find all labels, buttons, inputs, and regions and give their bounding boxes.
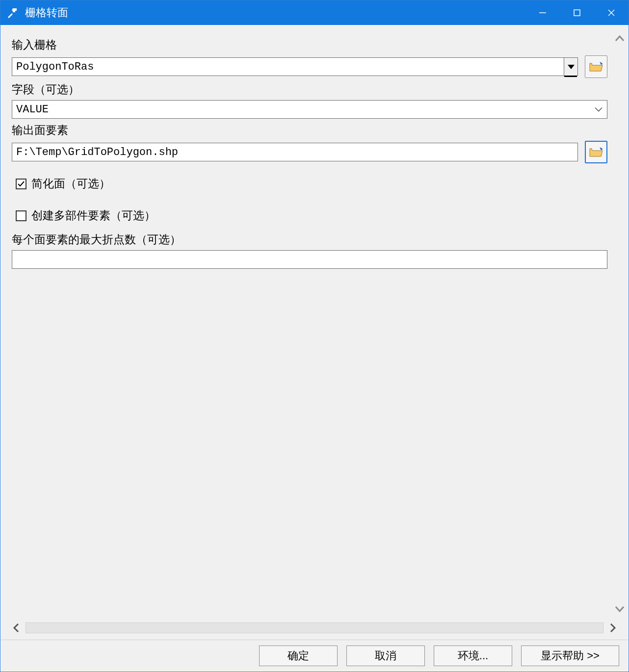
scroll-up-icon[interactable] [615, 29, 625, 44]
horizontal-scrollbar[interactable] [7, 619, 622, 637]
client-area: 输入栅格 字段（可选 [0, 25, 629, 672]
folder-open-icon [589, 147, 603, 157]
app-window: 栅格转面 输入栅格 [0, 0, 629, 672]
hammer-icon [5, 6, 19, 20]
scroll-down-icon[interactable] [615, 600, 625, 615]
title-bar: 栅格转面 [0, 0, 629, 25]
field-select[interactable] [12, 100, 607, 119]
folder-open-icon [589, 61, 603, 72]
svg-rect-1 [574, 10, 580, 16]
environment-button[interactable]: 环境... [434, 646, 512, 666]
show-help-button[interactable]: 显示帮助 >> [521, 646, 619, 666]
scroll-track[interactable] [26, 622, 603, 633]
input-raster-browse-button[interactable] [585, 55, 607, 78]
simplify-checkbox[interactable] [16, 179, 26, 189]
multipart-label: 创建多部件要素（可选） [31, 208, 156, 223]
minimize-button[interactable] [525, 0, 560, 25]
chevron-down-icon[interactable] [595, 104, 603, 115]
scroll-right-icon[interactable] [606, 623, 619, 633]
check-icon [17, 180, 25, 188]
output-features-label: 输出面要素 [12, 123, 607, 138]
window-title: 栅格转面 [25, 5, 68, 20]
scroll-left-icon[interactable] [10, 623, 23, 633]
simplify-label: 简化面（可选） [31, 176, 110, 191]
maximize-button[interactable] [560, 0, 594, 25]
input-raster-label: 输入栅格 [12, 37, 607, 52]
close-button[interactable] [594, 0, 629, 25]
body-wrap: 输入栅格 字段（可选 [1, 26, 628, 619]
chevron-down-icon[interactable] [564, 58, 577, 76]
form-area: 输入栅格 字段（可选 [1, 26, 611, 619]
vertical-scrollbar[interactable] [611, 26, 628, 619]
ok-button[interactable]: 确定 [259, 646, 338, 666]
cancel-button[interactable]: 取消 [346, 646, 425, 666]
button-bar: 确定 取消 环境... 显示帮助 >> [1, 640, 628, 671]
input-raster-combo[interactable] [12, 57, 578, 76]
output-features-input[interactable] [12, 143, 578, 161]
output-features-browse-button[interactable] [585, 141, 607, 163]
field-label: 字段（可选） [12, 82, 607, 97]
multipart-checkbox[interactable] [16, 210, 26, 221]
max-vertices-label: 每个面要素的最大折点数（可选） [12, 232, 607, 247]
combo-underline [564, 76, 577, 77]
max-vertices-input[interactable] [12, 250, 607, 269]
